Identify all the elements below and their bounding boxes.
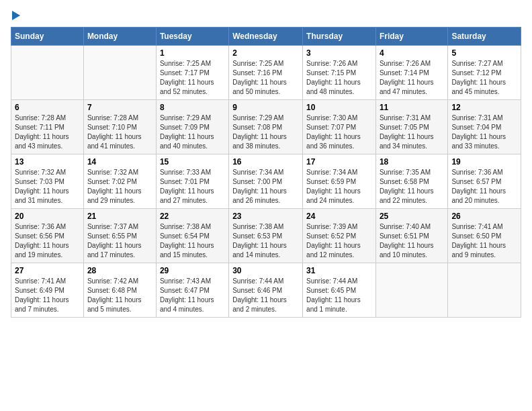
day-number: 31 [306, 266, 372, 275]
day-number: 10 [306, 103, 372, 112]
calendar-cell [11, 46, 84, 100]
calendar-cell: 3Sunrise: 7:26 AMSunset: 7:15 PMDaylight… [303, 46, 376, 100]
day-info: Sunrise: 7:40 AMSunset: 6:51 PMDaylight:… [380, 222, 444, 260]
weekday-header-thursday: Thursday [303, 28, 376, 46]
calendar-cell: 17Sunrise: 7:34 AMSunset: 6:59 PMDayligh… [303, 154, 376, 209]
calendar-cell: 24Sunrise: 7:39 AMSunset: 6:52 PMDayligh… [303, 209, 376, 263]
day-number: 29 [160, 266, 225, 275]
day-number: 17 [306, 157, 372, 167]
day-info: Sunrise: 7:29 AMSunset: 7:09 PMDaylight:… [160, 113, 225, 151]
calendar-cell: 10Sunrise: 7:30 AMSunset: 7:07 PMDayligh… [303, 100, 376, 154]
day-info: Sunrise: 7:26 AMSunset: 7:14 PMDaylight:… [380, 59, 444, 97]
day-info: Sunrise: 7:34 AMSunset: 7:00 PMDaylight:… [232, 168, 299, 205]
day-number: 28 [87, 266, 152, 275]
day-number: 8 [160, 103, 225, 112]
day-info: Sunrise: 7:43 AMSunset: 6:47 PMDaylight:… [160, 277, 225, 314]
day-number: 6 [15, 103, 80, 112]
calendar-cell: 11Sunrise: 7:31 AMSunset: 7:05 PMDayligh… [375, 100, 447, 154]
calendar-cell: 31Sunrise: 7:44 AMSunset: 6:45 PMDayligh… [303, 263, 376, 318]
day-number: 19 [451, 157, 517, 167]
calendar-cell: 14Sunrise: 7:32 AMSunset: 7:02 PMDayligh… [83, 154, 156, 209]
day-info: Sunrise: 7:31 AMSunset: 7:05 PMDaylight:… [380, 113, 444, 151]
calendar-cell: 19Sunrise: 7:36 AMSunset: 6:57 PMDayligh… [448, 154, 521, 209]
day-number: 16 [232, 157, 299, 167]
calendar-cell [375, 263, 447, 318]
week-row-4: 20Sunrise: 7:36 AMSunset: 6:56 PMDayligh… [11, 209, 521, 263]
calendar-cell: 1Sunrise: 7:25 AMSunset: 7:17 PMDaylight… [156, 46, 228, 100]
week-row-3: 13Sunrise: 7:32 AMSunset: 7:03 PMDayligh… [11, 154, 521, 209]
calendar-cell: 20Sunrise: 7:36 AMSunset: 6:56 PMDayligh… [11, 209, 84, 263]
weekday-header-tuesday: Tuesday [156, 28, 228, 46]
day-info: Sunrise: 7:36 AMSunset: 6:57 PMDaylight:… [451, 168, 517, 205]
day-info: Sunrise: 7:38 AMSunset: 6:54 PMDaylight:… [160, 222, 225, 260]
day-info: Sunrise: 7:36 AMSunset: 6:56 PMDaylight:… [15, 222, 80, 260]
day-number: 23 [232, 212, 299, 221]
day-info: Sunrise: 7:39 AMSunset: 6:52 PMDaylight:… [306, 222, 372, 260]
calendar-cell: 16Sunrise: 7:34 AMSunset: 7:00 PMDayligh… [229, 154, 303, 209]
day-info: Sunrise: 7:27 AMSunset: 7:12 PMDaylight:… [451, 59, 517, 97]
day-info: Sunrise: 7:31 AMSunset: 7:04 PMDaylight:… [451, 113, 517, 151]
day-info: Sunrise: 7:33 AMSunset: 7:01 PMDaylight:… [160, 168, 225, 205]
calendar-cell: 30Sunrise: 7:44 AMSunset: 6:46 PMDayligh… [229, 263, 303, 318]
day-info: Sunrise: 7:32 AMSunset: 7:03 PMDaylight:… [15, 168, 80, 205]
day-number: 15 [160, 157, 225, 167]
day-number: 18 [380, 157, 444, 167]
calendar-cell: 5Sunrise: 7:27 AMSunset: 7:12 PMDaylight… [448, 46, 521, 100]
weekday-header-sunday: Sunday [11, 28, 84, 46]
weekday-header-wednesday: Wednesday [229, 28, 303, 46]
calendar-cell: 22Sunrise: 7:38 AMSunset: 6:54 PMDayligh… [156, 209, 228, 263]
day-number: 5 [451, 48, 517, 58]
calendar-cell: 29Sunrise: 7:43 AMSunset: 6:47 PMDayligh… [156, 263, 228, 318]
day-info: Sunrise: 7:32 AMSunset: 7:02 PMDaylight:… [87, 168, 152, 205]
day-number: 21 [87, 212, 152, 221]
day-number: 20 [15, 212, 80, 221]
calendar-table: SundayMondayTuesdayWednesdayThursdayFrid… [11, 27, 521, 318]
day-info: Sunrise: 7:37 AMSunset: 6:55 PMDaylight:… [87, 222, 152, 260]
weekday-header-monday: Monday [83, 28, 156, 46]
day-info: Sunrise: 7:29 AMSunset: 7:08 PMDaylight:… [232, 113, 299, 151]
day-number: 12 [451, 103, 517, 112]
day-number: 27 [15, 266, 80, 275]
day-number: 3 [306, 48, 372, 58]
weekday-header-friday: Friday [375, 28, 447, 46]
calendar-cell: 4Sunrise: 7:26 AMSunset: 7:14 PMDaylight… [375, 46, 447, 100]
day-info: Sunrise: 7:38 AMSunset: 6:53 PMDaylight:… [232, 222, 299, 260]
day-number: 9 [232, 103, 299, 112]
day-number: 30 [232, 266, 299, 275]
day-number: 22 [160, 212, 225, 221]
calendar-cell: 15Sunrise: 7:33 AMSunset: 7:01 PMDayligh… [156, 154, 228, 209]
day-info: Sunrise: 7:30 AMSunset: 7:07 PMDaylight:… [306, 113, 372, 151]
calendar-cell: 9Sunrise: 7:29 AMSunset: 7:08 PMDaylight… [229, 100, 303, 154]
weekday-header-saturday: Saturday [448, 28, 521, 46]
calendar-cell [83, 46, 156, 100]
day-info: Sunrise: 7:42 AMSunset: 6:48 PMDaylight:… [87, 277, 152, 314]
logo [11, 11, 20, 20]
day-number: 26 [451, 212, 517, 221]
week-row-1: 1Sunrise: 7:25 AMSunset: 7:17 PMDaylight… [11, 46, 521, 100]
day-info: Sunrise: 7:44 AMSunset: 6:45 PMDaylight:… [306, 277, 372, 314]
page-header [11, 11, 521, 20]
calendar-cell: 28Sunrise: 7:42 AMSunset: 6:48 PMDayligh… [83, 263, 156, 318]
calendar-cell: 23Sunrise: 7:38 AMSunset: 6:53 PMDayligh… [229, 209, 303, 263]
calendar-cell: 13Sunrise: 7:32 AMSunset: 7:03 PMDayligh… [11, 154, 84, 209]
calendar-cell: 7Sunrise: 7:28 AMSunset: 7:10 PMDaylight… [83, 100, 156, 154]
day-number: 13 [15, 157, 80, 167]
day-info: Sunrise: 7:41 AMSunset: 6:50 PMDaylight:… [451, 222, 517, 260]
week-row-5: 27Sunrise: 7:41 AMSunset: 6:49 PMDayligh… [11, 263, 521, 318]
calendar-cell: 12Sunrise: 7:31 AMSunset: 7:04 PMDayligh… [448, 100, 521, 154]
day-number: 1 [160, 48, 225, 58]
day-info: Sunrise: 7:35 AMSunset: 6:58 PMDaylight:… [380, 168, 444, 205]
day-info: Sunrise: 7:44 AMSunset: 6:46 PMDaylight:… [232, 277, 299, 314]
calendar-cell: 27Sunrise: 7:41 AMSunset: 6:49 PMDayligh… [11, 263, 84, 318]
day-info: Sunrise: 7:25 AMSunset: 7:17 PMDaylight:… [160, 59, 225, 97]
day-info: Sunrise: 7:26 AMSunset: 7:15 PMDaylight:… [306, 59, 372, 97]
day-info: Sunrise: 7:28 AMSunset: 7:11 PMDaylight:… [15, 113, 80, 151]
day-info: Sunrise: 7:34 AMSunset: 6:59 PMDaylight:… [306, 168, 372, 205]
calendar-cell: 18Sunrise: 7:35 AMSunset: 6:58 PMDayligh… [375, 154, 447, 209]
day-number: 2 [232, 48, 299, 58]
calendar-cell: 6Sunrise: 7:28 AMSunset: 7:11 PMDaylight… [11, 100, 84, 154]
day-info: Sunrise: 7:28 AMSunset: 7:10 PMDaylight:… [87, 113, 152, 151]
logo-arrow-icon [12, 11, 20, 20]
calendar-cell: 25Sunrise: 7:40 AMSunset: 6:51 PMDayligh… [375, 209, 447, 263]
calendar-cell: 8Sunrise: 7:29 AMSunset: 7:09 PMDaylight… [156, 100, 228, 154]
